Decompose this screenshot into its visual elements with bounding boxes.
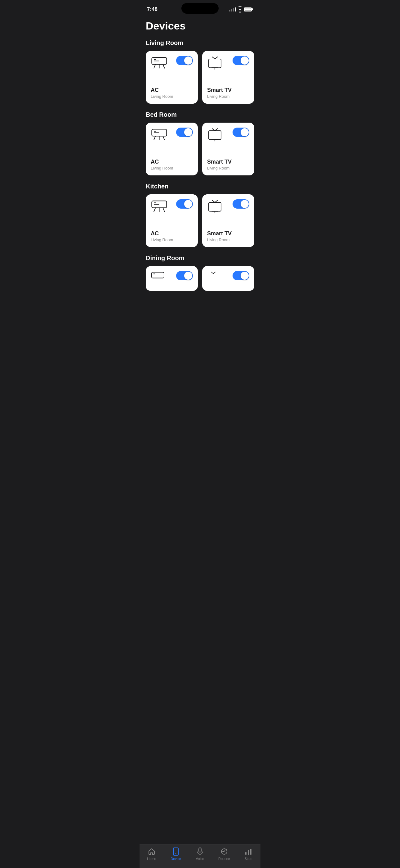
device-room: Living Room [207,238,249,242]
svg-line-16 [163,136,164,140]
section-kitchen: Kitchen AC [146,183,254,247]
status-time: 7:48 [147,6,158,12]
ac-partial-icon [151,271,166,280]
tv-device-icon [207,128,223,143]
card-top [207,128,249,143]
device-name: AC [151,87,193,93]
tv-device-icon [207,56,223,71]
svg-line-27 [163,208,164,211]
device-name: Smart TV [207,159,249,165]
device-grid-living-room: AC Living Room [146,51,254,104]
section-title-bed-room: Bed Room [146,111,254,118]
toggle-knob [184,57,192,65]
tv-device-icon [207,199,223,215]
ac-living-toggle[interactable] [176,56,193,65]
svg-line-14 [154,136,155,140]
ac-device-icon [151,199,169,214]
svg-rect-13 [154,132,159,133]
device-card-tv-kitchen[interactable]: Smart TV Living Room [202,194,254,247]
card-top [151,56,193,71]
device-grid-dining-room [146,266,254,291]
svg-rect-28 [209,203,221,211]
device-name: Smart TV [207,230,249,237]
ac-bed-toggle[interactable] [176,128,193,137]
device-name: Smart TV [207,87,249,93]
ac-dining-toggle[interactable] [176,271,193,280]
device-room: Living Room [151,238,193,242]
device-card-tv-dining[interactable] [202,266,254,291]
toggle-knob [184,272,192,280]
toggle-knob [241,272,249,280]
device-name: AC [151,159,193,165]
svg-rect-24 [154,204,159,205]
ac-device-icon [151,56,169,71]
device-card-tv-living[interactable]: Smart TV Living Room [202,51,254,104]
device-room: Living Room [151,166,193,170]
tv-living-toggle[interactable] [233,56,249,65]
svg-rect-33 [152,272,164,278]
card-top [207,271,249,280]
wifi-icon [238,6,242,13]
card-bottom: Smart TV Living Room [207,87,249,99]
svg-line-25 [154,208,155,211]
device-grid-kitchen: AC Living Room [146,194,254,247]
card-bottom: AC Living Room [151,159,193,170]
toggle-knob [241,57,249,65]
card-top [151,128,193,143]
svg-rect-12 [154,131,156,132]
status-icons [229,6,253,13]
device-card-ac-bed[interactable]: AC Living Room [146,123,198,176]
card-top [207,199,249,215]
battery-icon [244,7,253,11]
svg-rect-1 [154,59,156,60]
svg-line-5 [163,64,164,68]
toggle-knob [241,200,249,208]
device-room: Living Room [151,94,193,99]
toggle-knob [184,128,192,136]
card-top [151,271,193,280]
card-bottom: Smart TV Living Room [207,230,249,242]
section-bed-room: Bed Room AC [146,111,254,176]
svg-line-35 [211,272,213,274]
section-title-kitchen: Kitchen [146,183,254,190]
section-title-living-room: Living Room [146,39,254,46]
svg-rect-23 [154,203,156,203]
svg-rect-17 [209,131,221,140]
tv-kitchen-toggle[interactable] [233,199,249,209]
card-bottom: Smart TV Living Room [207,159,249,170]
device-card-ac-dining[interactable] [146,266,198,291]
card-top [151,199,193,214]
device-card-ac-kitchen[interactable]: AC Living Room [146,194,198,247]
ac-kitchen-toggle[interactable] [176,199,193,209]
svg-rect-34 [154,274,155,274]
dynamic-island [181,3,219,14]
toggle-knob [241,128,249,136]
svg-rect-6 [209,59,221,68]
section-dining-room: Dining Room [146,254,254,291]
device-name: AC [151,230,193,237]
device-card-tv-bed[interactable]: Smart TV Living Room [202,123,254,176]
tv-partial-icon [207,271,220,280]
card-bottom: AC Living Room [151,230,193,242]
svg-line-36 [213,272,215,274]
status-bar: 7:48 [139,0,261,16]
device-card-ac-living[interactable]: AC Living Room [146,51,198,104]
ac-device-icon [151,128,169,143]
device-grid-bed-room: AC Living Room [146,123,254,176]
tv-dining-toggle[interactable] [233,271,249,280]
toggle-knob [184,200,192,208]
svg-rect-2 [154,61,159,61]
card-bottom: AC Living Room [151,87,193,99]
page-title: Devices [146,20,254,32]
svg-line-3 [154,64,155,68]
main-content: Devices Living Room [139,16,261,319]
device-room: Living Room [207,94,249,99]
section-title-dining-room: Dining Room [146,254,254,262]
signal-icon [229,7,236,11]
tv-bed-toggle[interactable] [233,128,249,137]
card-top [207,56,249,71]
device-room: Living Room [207,166,249,170]
section-living-room: Living Room [146,39,254,104]
